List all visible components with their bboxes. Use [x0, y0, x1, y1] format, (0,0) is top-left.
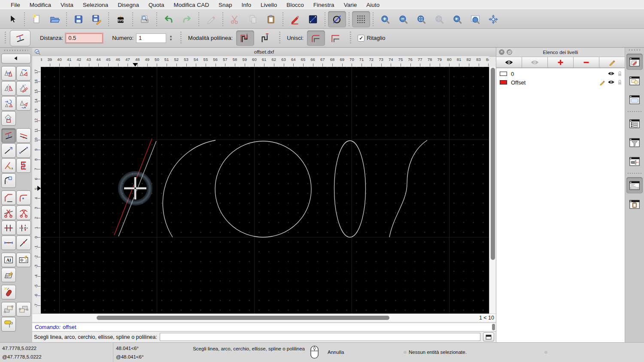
- layer-lock-button[interactable]: [617, 71, 623, 77]
- menu-modifica-cad[interactable]: Modifica CAD: [169, 2, 214, 8]
- history-scrollbar-thumb[interactable]: [492, 324, 495, 330]
- join-round-button[interactable]: [307, 30, 325, 46]
- command-options-button[interactable]: [483, 332, 494, 341]
- tool-to-back[interactable]: [16, 302, 31, 317]
- distanza-input[interactable]: 0.5: [66, 33, 103, 43]
- zoom-window-button[interactable]: [466, 11, 484, 27]
- tool-edit-hatch[interactable]: [1, 268, 16, 282]
- drawing-canvas[interactable]: [41, 67, 489, 314]
- tool-move[interactable]: [1, 66, 16, 81]
- dock-selection-filter-button[interactable]: [626, 134, 643, 151]
- menu-varie[interactable]: Varie: [339, 2, 362, 8]
- dock-property-editor-button[interactable]: [626, 115, 643, 132]
- tool-project[interactable]: [1, 111, 16, 126]
- menu-vista[interactable]: Vista: [56, 2, 78, 8]
- tool-flip[interactable]: [16, 81, 31, 96]
- show-all-layers-button[interactable]: [496, 57, 522, 68]
- tool-mirror[interactable]: [1, 81, 16, 96]
- tool-edit-text[interactable]: Al: [1, 253, 16, 267]
- command-input[interactable]: [160, 333, 480, 341]
- tool-bevel[interactable]: [1, 190, 16, 205]
- save-as-button[interactable]: [88, 11, 106, 27]
- menu-seleziona[interactable]: Seleziona: [78, 2, 113, 8]
- layer-lock-icon[interactable]: [617, 71, 623, 77]
- tool-rotate-two[interactable]: [16, 96, 31, 111]
- panel-float-button[interactable]: [507, 49, 512, 55]
- tool-fillet[interactable]: [16, 190, 31, 205]
- entity-ellipse[interactable]: [334, 141, 366, 237]
- polyline-mode-b-button[interactable]: [256, 30, 274, 46]
- zoom-auto-button[interactable]: [412, 11, 430, 27]
- menu-livello[interactable]: Livello: [256, 2, 282, 8]
- menu-file[interactable]: File: [6, 2, 25, 8]
- tool-move-rotate[interactable]: [1, 96, 16, 111]
- draw-pencil-button[interactable]: [286, 11, 304, 27]
- numero-stepper[interactable]: ▲▼: [167, 33, 174, 43]
- tool-paint-attributes[interactable]: [1, 317, 16, 332]
- entity-circle[interactable]: [215, 141, 311, 237]
- polyline-mode-a-button[interactable]: [236, 30, 254, 46]
- layer-row-offset[interactable]: Offset: [496, 78, 625, 87]
- toolbox-back-button[interactable]: [1, 54, 31, 63]
- tool-offset[interactable]: [1, 128, 16, 143]
- tool-lengthen[interactable]: [1, 143, 16, 158]
- remove-layer-button[interactable]: [574, 57, 599, 68]
- join-sharp-button[interactable]: [327, 30, 345, 46]
- new-file-button[interactable]: [27, 11, 46, 27]
- tool-clip[interactable]: x: [1, 158, 16, 173]
- print-preview-button[interactable]: [136, 11, 154, 27]
- zoom-in-button[interactable]: [376, 11, 394, 27]
- layer-color-swatch[interactable]: [500, 80, 507, 84]
- panel-close-button[interactable]: ✕: [499, 49, 504, 55]
- ritaglio-checkbox[interactable]: ✓: [358, 35, 365, 42]
- tool-trim[interactable]: [1, 205, 16, 220]
- menu-info[interactable]: Info: [237, 2, 256, 8]
- offset-tool-indicator-button[interactable]: [10, 30, 30, 46]
- dock-blocks-button[interactable]: [626, 72, 643, 89]
- menu-modifica[interactable]: Modifica: [25, 2, 56, 8]
- tool-break-out[interactable]: [16, 235, 31, 250]
- zoom-out-button[interactable]: [394, 11, 412, 27]
- vertical-scrollbar[interactable]: [489, 67, 496, 314]
- svg-export-button[interactable]: SVG: [112, 11, 130, 27]
- dock-library-button[interactable]: [626, 91, 643, 108]
- layer-lock-button[interactable]: [617, 79, 623, 85]
- tool-divide[interactable]: [1, 220, 16, 235]
- tool-divide-manual[interactable]: [16, 220, 31, 235]
- tool-trim-both[interactable]: [16, 205, 31, 220]
- edit-layer-button[interactable]: [599, 57, 625, 68]
- layer-edit-icon[interactable]: [599, 79, 605, 85]
- tool-edit-dimension[interactable]: .1: [16, 253, 31, 267]
- tool-explode[interactable]: [1, 285, 16, 299]
- tool-rotate[interactable]: [16, 66, 31, 81]
- layer-visible-icon[interactable]: [608, 71, 615, 76]
- open-file-button[interactable]: [46, 11, 64, 27]
- tool-offset-point[interactable]: [16, 128, 31, 143]
- add-layer-button[interactable]: [548, 57, 574, 68]
- dock-layers-button[interactable]: [626, 54, 643, 70]
- dock-command-line-button[interactable]: [626, 177, 643, 193]
- horizontal-scrollbar[interactable]: 1 < 10: [32, 314, 496, 322]
- numero-input[interactable]: 1: [136, 33, 166, 43]
- menu-snap[interactable]: Snap: [214, 2, 237, 8]
- horizontal-scrollbar-thumb[interactable]: [97, 316, 389, 320]
- menu-finestra[interactable]: Finestra: [309, 2, 339, 8]
- vertical-scrollbar-thumb[interactable]: [491, 68, 495, 260]
- layer-visibility-button[interactable]: [608, 71, 615, 76]
- tool-explode-blocks[interactable]: [16, 158, 31, 173]
- menu-quota[interactable]: Quota: [144, 2, 169, 8]
- tool-to-front[interactable]: [1, 302, 16, 317]
- circle-tool-button[interactable]: [328, 11, 346, 27]
- hide-all-layers-button[interactable]: [522, 57, 548, 68]
- grid-toggle-button[interactable]: [352, 11, 370, 27]
- tool-lengthen-both[interactable]: [16, 143, 31, 158]
- layer-visibility-button[interactable]: [608, 80, 615, 84]
- pointer-tool-button[interactable]: [3, 11, 21, 27]
- tool-stretch[interactable]: [1, 235, 16, 250]
- entity-spline[interactable]: [389, 140, 427, 237]
- line-tool-button[interactable]: [304, 11, 322, 27]
- zoom-previous-button[interactable]: [448, 11, 466, 27]
- menu-blocco[interactable]: Blocco: [282, 2, 309, 8]
- pan-button[interactable]: [484, 11, 502, 27]
- layer-edit-button[interactable]: [599, 79, 605, 85]
